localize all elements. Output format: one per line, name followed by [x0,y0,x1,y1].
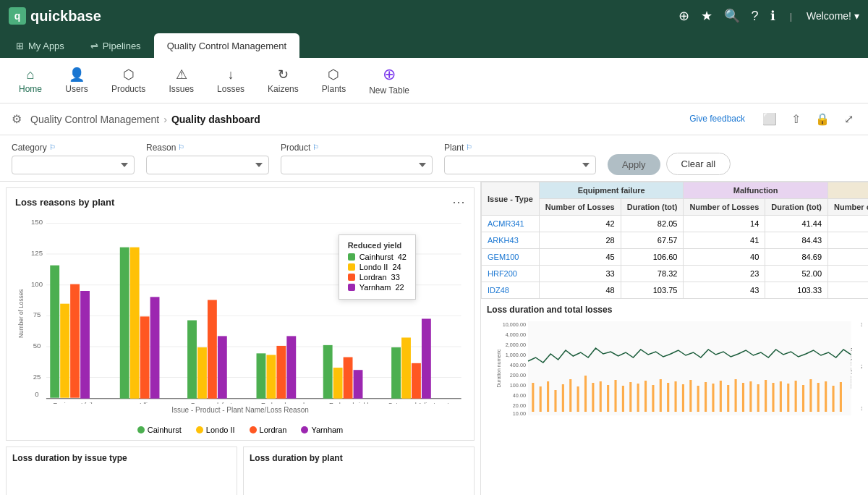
mal-num-cell: 40 [684,249,765,266]
welcome-button[interactable]: Welcome! ▾ [807,10,859,22]
nav-kaizens[interactable]: ↻ Kaizens [258,62,309,98]
mal-num-cell: 41 [684,232,765,249]
svg-rect-77 [652,385,654,412]
nav-losses[interactable]: ↓ Losses [207,63,255,98]
svg-text:10.00: 10.00 [513,411,526,417]
svg-rect-70 [600,381,602,412]
nav-plants[interactable]: ⬡ Plants [312,62,356,98]
tooltip-row-3: Yarnham 22 [348,283,407,292]
product-name-cell[interactable]: GEM100 [482,249,540,266]
svg-rect-95 [787,384,789,412]
chart-loss-reasons: Loss reasons by plant ⋯ Reduced yield Ca… [6,187,475,441]
filters-row: Category ⚐ Reason ⚐ Product ⚐ [0,135,868,182]
svg-rect-21 [150,297,160,398]
svg-rect-16 [70,284,80,398]
filter-reason: Reason ⚐ [146,143,269,174]
nav-issues[interactable]: ⚠ Issues [158,62,204,98]
tooltip-yarnham-label: Yarnham [359,283,391,292]
new-table-icon: ⊕ [383,65,396,84]
share-icon[interactable]: ⇧ [788,109,804,129]
expand-icon[interactable]: ⤢ [841,109,856,129]
legend-dot-lordran [250,426,257,433]
nav-home[interactable]: ⌂ Home [9,63,52,98]
chart-menu-button[interactable]: ⋯ [452,194,465,210]
product-name-cell[interactable]: ARKH43 [482,232,540,249]
svg-rect-32 [344,358,353,399]
legend-cainhurst: Cainhurst [137,426,182,434]
widget-loss-duration-plant: Loss duration by plant [243,447,475,495]
svg-rect-85 [712,384,714,412]
category-label: Category ⚐ [12,143,135,153]
mal-dur-cell: 103.33 [765,282,828,299]
svg-text:Setup and Adjustment: Setup and Adjustment [388,402,449,404]
clear-all-button[interactable]: Clear all [666,153,731,175]
legend-dot-londo [196,426,203,433]
plant-label: Plant ⚐ [444,143,596,153]
tab-pipelines-label: Pipelines [103,41,141,51]
logo-icon: q [9,7,26,25]
table-row: IDZ48 48 103.75 43 103.33 63 157.55 [482,282,869,299]
info-icon[interactable]: ℹ [770,8,775,24]
eq-dur-cell: 78.32 [621,266,684,282]
tooltip-color-cainhurst [348,253,355,261]
svg-rect-67 [577,386,579,412]
eq-dur-cell: 106.60 [621,249,684,266]
help-icon[interactable]: ? [752,9,759,24]
category-flag-icon: ⚐ [49,143,56,151]
add-icon[interactable]: ⊕ [678,8,689,24]
svg-rect-31 [333,368,343,399]
apply-button[interactable]: Apply [608,154,660,175]
op-num-cell: 43 [828,266,868,282]
plant-select[interactable] [444,156,596,174]
svg-rect-98 [809,379,812,412]
settings-icon[interactable]: ⚙ [12,112,22,126]
tab-qcm[interactable]: Quality Control Management [154,33,299,58]
svg-rect-94 [780,381,782,412]
svg-rect-28 [276,346,286,399]
reason-flag-icon: ⚐ [178,143,184,151]
nav-products[interactable]: ⬡ Products [101,62,156,98]
star-icon[interactable]: ★ [701,8,712,24]
tooltip-row-0: Cainhurst 42 [348,253,407,261]
col-op-num: Number of Losses [828,199,868,216]
give-feedback-button[interactable]: Give feedback [684,111,751,128]
category-select[interactable] [12,156,135,174]
svg-text:20.00: 20.00 [513,403,526,409]
reason-select[interactable] [146,156,269,174]
tab-my-apps[interactable]: ⊞ My Apps [3,33,77,58]
legend-yarnham: Yarnham [301,426,343,434]
logo[interactable]: q quickbase [9,7,101,25]
logo-text: quickbase [30,8,101,25]
nav-users[interactable]: 👤 Users [55,62,98,98]
legend-londo-label: Londo II [206,426,235,434]
product-select[interactable] [281,156,433,174]
search-icon[interactable]: 🔍 [724,8,740,24]
product-name-cell[interactable]: ACMR341 [482,216,540,232]
lock-icon[interactable]: 🔒 [812,109,833,129]
issues-icon: ⚠ [176,67,187,82]
col-issue-type: Issue - Type [482,182,540,216]
breadcrumb-parent[interactable]: Quality Control Management [30,114,159,125]
product-name-cell[interactable]: IDZ48 [482,282,540,299]
svg-rect-14 [50,266,59,398]
svg-rect-91 [757,384,760,412]
nav-home-label: Home [19,84,42,94]
op-num-cell: 63 [828,282,868,299]
svg-rect-34 [391,347,401,399]
presentation-icon[interactable]: ⬜ [760,109,780,129]
nav-new-table[interactable]: ⊕ New Table [359,61,420,100]
data-table: Issue - Type Equipment failure Malfuncti… [481,182,868,299]
svg-rect-66 [569,379,571,412]
product-name-cell[interactable]: HRF200 [482,266,540,282]
svg-rect-71 [607,385,609,412]
widget-loss-duration-plant-title: Loss duration by plant [250,453,468,463]
tab-pipelines[interactable]: ⇌ Pipelines [77,33,154,58]
col-group-malfunction: Malfunction [684,182,828,199]
mal-dur-cell: 84.69 [765,249,828,266]
chart-x-label: Issue - Product - Plant Name/Loss Reason [15,406,465,417]
chart-header: Loss reasons by plant ⋯ [7,188,474,213]
welcome-label: Welcome! [807,10,851,22]
tooltip-color-lordran [348,274,355,281]
svg-rect-68 [584,376,587,412]
svg-rect-37 [422,318,431,398]
